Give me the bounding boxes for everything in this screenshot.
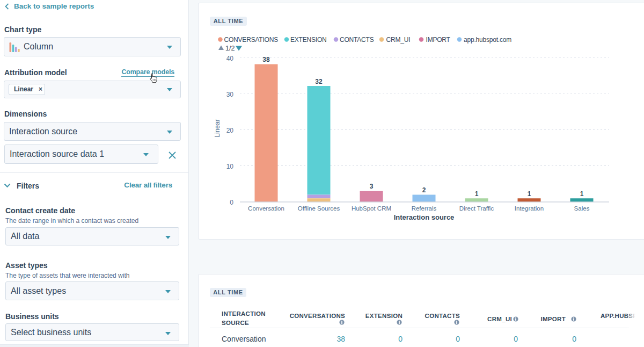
svg-text:Conversation: Conversation [248, 205, 284, 212]
svg-text:1: 1 [580, 190, 584, 198]
svg-text:CRM_UI: CRM_UI [386, 36, 411, 44]
svg-text:Referrals: Referrals [412, 205, 437, 212]
svg-text:Sales: Sales [574, 205, 590, 212]
svg-text:EXTENSION: EXTENSION [290, 36, 327, 44]
svg-text:32: 32 [315, 78, 323, 85]
svg-text:0: 0 [456, 335, 460, 343]
svg-text:30: 30 [226, 91, 234, 98]
svg-text:10: 10 [226, 163, 234, 170]
svg-text:SOURCE: SOURCE [222, 320, 249, 326]
svg-text:Direct Traffic: Direct Traffic [459, 205, 494, 212]
svg-text:Conversation: Conversation [222, 335, 266, 343]
svg-text:CRM_UI: CRM_UI [487, 316, 512, 322]
svg-text:20: 20 [226, 127, 234, 134]
svg-text:38: 38 [262, 56, 270, 63]
svg-text:IMPORT: IMPORT [540, 316, 566, 322]
svg-text:Linear: Linear [214, 119, 221, 137]
svg-text:INTERACTION: INTERACTION [222, 310, 266, 317]
svg-text:CONTACTS: CONTACTS [340, 36, 374, 44]
svg-text:0: 0 [230, 199, 233, 206]
svg-text:0: 0 [572, 335, 576, 343]
svg-text:HubSpot CRM: HubSpot CRM [352, 205, 391, 212]
svg-text:Interaction source: Interaction source [394, 213, 455, 221]
svg-text:1: 1 [475, 190, 479, 198]
svg-text:CONTACTS: CONTACTS [425, 313, 460, 319]
svg-text:0: 0 [398, 335, 402, 343]
svg-text:1: 1 [528, 190, 531, 198]
svg-text:IMPORT: IMPORT [426, 36, 451, 44]
svg-text:40: 40 [226, 55, 234, 62]
svg-text:3: 3 [370, 183, 374, 190]
svg-text:CONVERSATIONS: CONVERSATIONS [224, 36, 279, 44]
svg-text:app.hubspot.com: app.hubspot.com [464, 36, 511, 44]
svg-text:EXTENSION: EXTENSION [365, 313, 402, 319]
svg-text:2: 2 [422, 186, 426, 194]
svg-text:1/2: 1/2 [225, 45, 235, 52]
svg-text:Offline Sources: Offline Sources [298, 205, 340, 212]
svg-text:Integration: Integration [515, 205, 544, 212]
svg-text:0: 0 [514, 335, 518, 343]
svg-text:38: 38 [336, 335, 345, 343]
svg-text:CONVERSATIONS: CONVERSATIONS [290, 313, 345, 319]
